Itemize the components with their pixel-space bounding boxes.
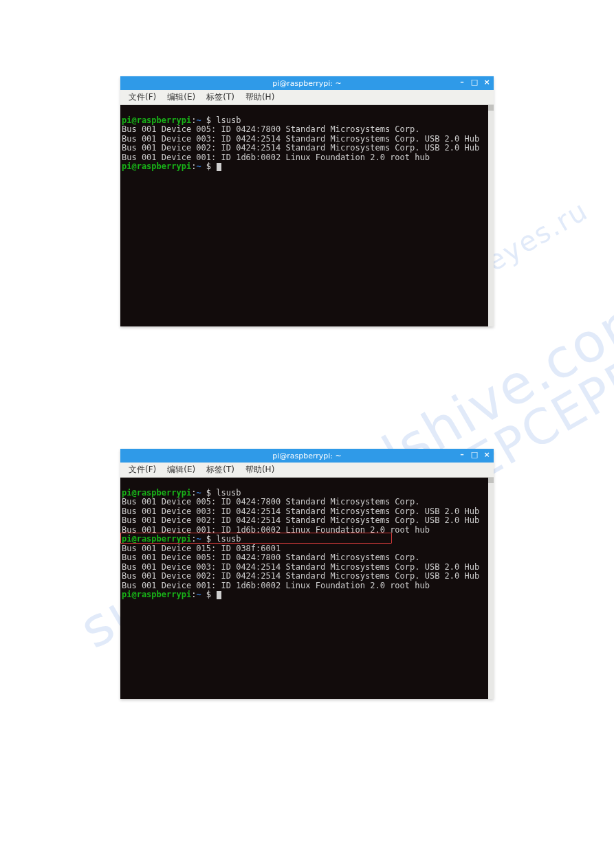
output-line: Bus 001 Device 003: ID 0424:2514 Standar… — [122, 507, 479, 516]
menu-edit[interactable]: 编辑(E) — [162, 91, 201, 103]
maximize-button[interactable]: □ — [470, 78, 479, 87]
terminal-output[interactable]: pi@raspberrypi:~ $ lsusb Bus 001 Device … — [120, 478, 494, 699]
menu-bar: 文件(F) 编辑(E) 标签(T) 帮助(H) — [120, 463, 494, 478]
command-lsusb: lsusb — [216, 115, 241, 125]
close-button[interactable]: × — [483, 450, 491, 459]
maximize-button[interactable]: □ — [470, 450, 479, 459]
output-line: Bus 001 Device 002: ID 0424:2514 Standar… — [122, 571, 479, 581]
terminal-window-before: pi@raspberrypi: ~ – □ × 文件(F) 编辑(E) 标签(T… — [120, 76, 494, 326]
cursor-icon — [217, 163, 221, 171]
output-line: Bus 001 Device 003: ID 0424:2514 Standar… — [122, 562, 479, 572]
scrollbar[interactable] — [488, 478, 494, 699]
prompt-dollar: $ — [206, 590, 211, 599]
menu-tabs[interactable]: 标签(T) — [201, 91, 240, 103]
output-line: Bus 001 Device 005: ID 0424:7800 Standar… — [122, 497, 419, 507]
window-titlebar[interactable]: pi@raspberrypi: ~ – □ × — [120, 449, 494, 463]
prompt-user-host: pi@raspberrypi — [122, 534, 191, 544]
output-line: Bus 001 Device 003: ID 0424:2514 Standar… — [122, 134, 479, 144]
prompt-dollar: $ — [206, 115, 211, 125]
prompt-user-host: pi@raspberrypi — [122, 162, 191, 171]
menu-help[interactable]: 帮助(H) — [240, 464, 280, 476]
output-line: Bus 001 Device 001: ID 1d6b:0002 Linux F… — [122, 525, 430, 535]
output-line-highlighted: Bus 001 Device 015: ID 038f:6001 — [122, 544, 281, 553]
menu-file[interactable]: 文件(F) — [123, 464, 162, 476]
menu-tabs[interactable]: 标签(T) — [201, 464, 240, 476]
prompt-dollar: $ — [206, 488, 211, 498]
output-line: Bus 001 Device 005: ID 0424:7800 Standar… — [122, 553, 419, 562]
window-titlebar[interactable]: pi@raspberrypi: ~ – □ × — [120, 76, 494, 90]
window-title: pi@raspberrypi: ~ — [120, 452, 494, 460]
prompt-dollar: $ — [206, 162, 211, 171]
menu-file[interactable]: 文件(F) — [123, 91, 162, 103]
scrollbar[interactable] — [488, 105, 494, 326]
command-lsusb: lsusb — [216, 534, 241, 544]
menu-edit[interactable]: 编辑(E) — [162, 464, 201, 476]
command-lsusb: lsusb — [216, 488, 241, 498]
prompt-dollar: $ — [206, 534, 211, 544]
prompt-cwd: ~ — [196, 488, 201, 498]
prompt-user-host: pi@raspberrypi — [122, 590, 191, 599]
watermark-text-3: eyes.ru — [481, 194, 593, 278]
prompt-user-host: pi@raspberrypi — [122, 115, 191, 125]
prompt-cwd: ~ — [196, 162, 201, 171]
prompt-cwd: ~ — [196, 590, 201, 599]
minimize-button[interactable]: – — [458, 78, 466, 87]
minimize-button[interactable]: – — [458, 450, 466, 459]
close-button[interactable]: × — [483, 78, 491, 87]
prompt-cwd: ~ — [196, 534, 201, 544]
output-line: Bus 001 Device 002: ID 0424:2514 Standar… — [122, 143, 479, 153]
terminal-window-after: pi@raspberrypi: ~ – □ × 文件(F) 编辑(E) 标签(T… — [120, 449, 494, 699]
output-line: Bus 001 Device 001: ID 1d6b:0002 Linux F… — [122, 153, 430, 162]
menu-bar: 文件(F) 编辑(E) 标签(T) 帮助(H) — [120, 90, 494, 105]
prompt-user-host: pi@raspberrypi — [122, 488, 191, 498]
scrollbar-thumb[interactable] — [488, 478, 494, 483]
prompt-cwd: ~ — [196, 115, 201, 125]
output-line: Bus 001 Device 001: ID 1d6b:0002 Linux F… — [122, 581, 430, 590]
window-title: pi@raspberrypi: ~ — [120, 79, 494, 88]
menu-help[interactable]: 帮助(H) — [240, 91, 280, 103]
terminal-output[interactable]: pi@raspberrypi:~ $ lsusb Bus 001 Device … — [120, 105, 494, 326]
cursor-icon — [217, 591, 221, 599]
output-line: Bus 001 Device 005: ID 0424:7800 Standar… — [122, 124, 419, 134]
output-line: Bus 001 Device 002: ID 0424:2514 Standar… — [122, 515, 479, 525]
scrollbar-thumb[interactable] — [488, 105, 494, 111]
